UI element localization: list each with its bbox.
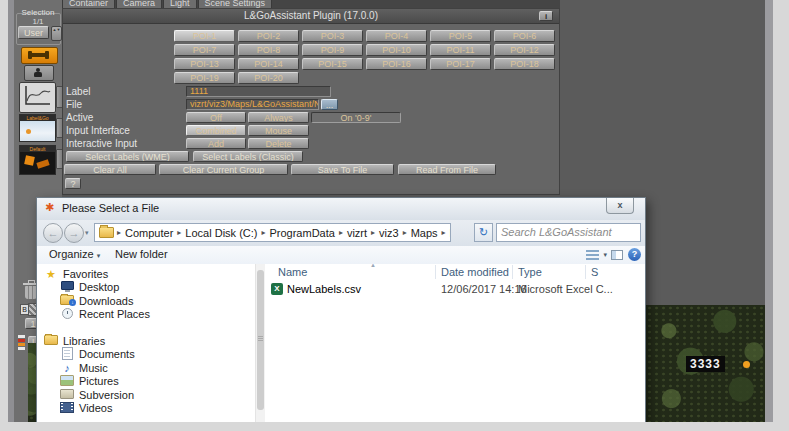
select-labels-classic-button[interactable]: Select Labels (Classic): [193, 151, 303, 162]
read-from-file-button[interactable]: Read From File: [398, 164, 496, 175]
poi-1-button[interactable]: POI-1: [174, 30, 235, 42]
column-divider[interactable]: [512, 265, 513, 279]
poi-4-button[interactable]: POI-4: [366, 30, 427, 42]
nav-item-videos[interactable]: Videos: [37, 402, 255, 416]
clear-all-button[interactable]: Clear All: [64, 164, 156, 175]
transformation-icon: [30, 53, 47, 57]
breadcrumb-maps[interactable]: Maps: [408, 227, 441, 239]
info-button[interactable]: i: [539, 11, 553, 21]
nav-group-favorites[interactable]: ★Favorites: [37, 267, 255, 281]
nav-item-music[interactable]: ♪Music: [37, 361, 255, 375]
poi-20-button[interactable]: POI-20: [238, 72, 299, 84]
breadcrumb-programdata[interactable]: ProgramData: [266, 227, 337, 239]
views-dropdown-icon[interactable]: ▾: [603, 251, 607, 259]
transformation-button[interactable]: [21, 47, 58, 64]
poi-17-button[interactable]: POI-17: [430, 58, 491, 70]
poi-19-button[interactable]: POI-19: [174, 72, 235, 84]
plugin-thumb-labelgo[interactable]: Label&Go: [19, 114, 56, 142]
render-view: 3333: [646, 305, 773, 422]
label-input[interactable]: 1111: [186, 86, 331, 97]
poi-13-button[interactable]: POI-13: [174, 58, 235, 70]
file-type: Microsoft Excel C...: [518, 283, 613, 295]
poi-2-button[interactable]: POI-2: [238, 30, 299, 42]
active-on09-button[interactable]: On '0-9': [311, 112, 401, 123]
preview-pane-icon[interactable]: [611, 250, 623, 260]
dialog-navbar: ← → ▾ ▸ Computer ▸ Local Disk (C:) ▸ Pro…: [37, 220, 645, 247]
tab-light[interactable]: Light: [163, 0, 197, 8]
poi-15-button[interactable]: POI-15: [302, 58, 363, 70]
breadcrumb-lgoassistant[interactable]: L&GoAssistant: [447, 227, 451, 239]
nav-item-documents[interactable]: Documents: [37, 348, 255, 362]
clear-current-group-button[interactable]: Clear Current Group: [159, 164, 288, 175]
user-spinner[interactable]: ▲▼: [51, 26, 62, 41]
file-row-label: File: [66, 99, 82, 110]
nav-item-pictures[interactable]: Pictures: [37, 375, 255, 389]
file-list: ▲ Name Date modified Type S X NewLabels.…: [265, 264, 645, 422]
column-name[interactable]: Name: [278, 266, 307, 278]
nav-item-desktop[interactable]: Desktop: [37, 281, 255, 295]
breadcrumb-vizrt[interactable]: vizrt: [344, 227, 370, 239]
mouse-button[interactable]: Mouse: [248, 125, 309, 136]
search-input[interactable]: Search L&GoAssistant: [496, 223, 641, 242]
poi-8-button[interactable]: POI-8: [238, 44, 299, 56]
nav-pane-scrollbar[interactable]: [255, 264, 265, 422]
column-size[interactable]: S: [591, 266, 598, 278]
save-to-file-button[interactable]: Save To File: [291, 164, 394, 175]
poi-11-button[interactable]: POI-11: [430, 44, 491, 56]
poi-9-button[interactable]: POI-9: [302, 44, 363, 56]
column-type[interactable]: Type: [518, 266, 542, 278]
actor-button[interactable]: [24, 65, 54, 81]
tab-camera[interactable]: Camera: [116, 0, 162, 8]
active-always-button[interactable]: Always: [248, 112, 309, 123]
downloads-icon: ↓: [60, 295, 74, 305]
color-swatches[interactable]: [18, 335, 25, 351]
select-labels-wme-button[interactable]: Select Labels (WME): [66, 151, 189, 162]
forward-button[interactable]: →: [64, 223, 84, 243]
active-off-button[interactable]: Off: [186, 112, 246, 123]
plugin-thumb-default[interactable]: Default: [19, 145, 56, 175]
nav-group-libraries[interactable]: Libraries: [37, 334, 255, 348]
refresh-button[interactable]: ↻: [474, 223, 493, 242]
tab-container[interactable]: Container: [62, 0, 115, 8]
file-row-newlabels[interactable]: X NewLabels.csv 12/06/2017 14:16 Microso…: [265, 282, 645, 296]
function-editor-button[interactable]: [19, 82, 56, 113]
poi-7-button[interactable]: POI-7: [174, 44, 235, 56]
nav-item-subversion[interactable]: Subversion: [37, 388, 255, 402]
add-button[interactable]: Add: [186, 138, 246, 149]
breadcrumb-viz3[interactable]: viz3: [376, 227, 402, 239]
close-button[interactable]: x: [606, 198, 634, 214]
poi-6-button[interactable]: POI-6: [494, 30, 555, 42]
poi-16-button[interactable]: POI-16: [366, 58, 427, 70]
poi-18-button[interactable]: POI-18: [494, 58, 555, 70]
poi-10-button[interactable]: POI-10: [366, 44, 427, 56]
plugin-help-button[interactable]: ?: [65, 178, 81, 189]
nav-item-label: Pictures: [79, 375, 119, 387]
poi-14-button[interactable]: POI-14: [238, 58, 299, 70]
nav-item-downloads[interactable]: ↓Downloads: [37, 294, 255, 308]
breadcrumb-computer[interactable]: Computer: [122, 227, 176, 239]
poi-12-button[interactable]: POI-12: [494, 44, 555, 56]
plugin-thumb-default-image: [20, 152, 55, 174]
back-button[interactable]: ←: [43, 223, 63, 243]
history-dropdown-icon[interactable]: ▾: [85, 229, 89, 237]
browse-button[interactable]: ...: [321, 99, 338, 110]
poi-5-button[interactable]: POI-5: [430, 30, 491, 42]
column-divider[interactable]: [435, 265, 436, 279]
help-icon[interactable]: ?: [628, 248, 641, 261]
views-icon[interactable]: [586, 250, 599, 260]
delete-button[interactable]: Delete: [248, 138, 309, 149]
organize-button[interactable]: Organize ▾: [49, 248, 100, 260]
nav-item-recent-places[interactable]: Recent Places: [37, 308, 255, 322]
poi-3-button[interactable]: POI-3: [302, 30, 363, 42]
scrollbar-thumb[interactable]: [257, 270, 264, 410]
column-divider[interactable]: [585, 265, 586, 279]
file-input[interactable]: vizrt/viz3/Maps/L&GoAssistant/NewLa: [186, 99, 319, 110]
tab-scene-settings[interactable]: Scene Settings: [198, 0, 273, 8]
render-poi-label: 3333: [686, 356, 725, 372]
breadcrumb-local-disk[interactable]: Local Disk (C:): [182, 227, 260, 239]
combined-button[interactable]: Combined: [186, 125, 246, 136]
user-button[interactable]: User: [18, 26, 49, 39]
new-folder-button[interactable]: New folder: [115, 248, 168, 260]
nav-item-label: Subversion: [79, 389, 134, 401]
column-date-modified[interactable]: Date modified: [441, 266, 509, 278]
